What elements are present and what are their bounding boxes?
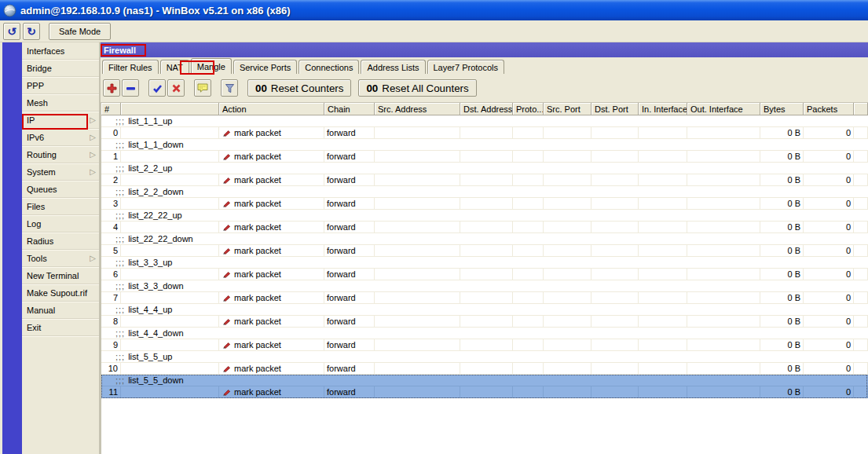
sidebar-item-tools[interactable]: Tools▷ (22, 250, 99, 267)
rule-row-5[interactable]: 5mark packetforward0 B0 (101, 245, 868, 257)
comment-row-list-3-3-down[interactable]: ;;;list_3_3_down (101, 280, 868, 292)
sidebar-item-system[interactable]: System▷ (22, 163, 99, 181)
sidebar-item-routing[interactable]: Routing▷ (22, 146, 99, 163)
sidebar-item-mesh[interactable]: Mesh (22, 94, 99, 112)
reset-all-counters-button[interactable]: 00 Reset All Counters (358, 79, 476, 97)
in-interface-cell (639, 174, 687, 185)
sidebar-item-files[interactable]: Files (22, 198, 99, 215)
src-address-cell (375, 316, 460, 327)
sidebar-item-queues[interactable]: Queues (22, 181, 99, 198)
comment-row-list-1-1-up[interactable]: ;;;list_1_1_up (101, 115, 868, 127)
rule-number: 6 (101, 269, 121, 280)
protocol-cell (513, 198, 544, 209)
titlebar: admin@192.168.10.9 (nas1) - WinBox v5.21… (0, 0, 868, 20)
filter-button[interactable] (221, 79, 238, 97)
tab-nat[interactable]: NAT (160, 60, 189, 74)
sidebar-item-manual[interactable]: Manual (22, 302, 99, 319)
tab-connections[interactable]: Connections (298, 60, 359, 74)
column-header-dst-port[interactable]: Dst. Port (591, 103, 639, 115)
column-header-chain[interactable]: Chain (324, 103, 375, 115)
table-header-row: #ActionChainSrc. AddressDst. AddressProt… (101, 103, 868, 115)
undo-button[interactable]: ↺ (3, 23, 20, 40)
column-header-proto[interactable]: Proto... (513, 103, 544, 115)
rule-row-4[interactable]: 4mark packetforward0 B0 (101, 222, 868, 233)
firewall-tabs: Filter RulesNATMangleService PortsConnec… (101, 57, 868, 74)
src-address-cell (375, 127, 460, 138)
dst-address-cell (460, 127, 513, 138)
column-header-in-interface[interactable]: In. Interface (639, 103, 687, 115)
rule-row-9[interactable]: 9mark packetforward0 B0 (101, 339, 868, 351)
safe-mode-button[interactable]: Safe Mode (49, 23, 111, 40)
sidebar-item-ip[interactable]: IP▷ (22, 112, 99, 129)
rule-row-3[interactable]: 3mark packetforward0 B0 (101, 198, 868, 210)
bytes-cell: 0 B (760, 198, 804, 209)
sidebar-item-label: Tools (27, 254, 47, 263)
sidebar-item-log[interactable]: Log (22, 215, 99, 232)
comment-button[interactable] (194, 79, 211, 97)
column-header-src-port[interactable]: Src. Port (544, 103, 591, 115)
comment-row-list-4-4-up[interactable]: ;;;list_4_4_up (101, 304, 868, 316)
dst-port-cell (591, 245, 639, 256)
sidebar-item-label: Interfaces (27, 46, 64, 56)
sidebar-item-radius[interactable]: Radius (22, 232, 99, 250)
tab-address-lists[interactable]: Address Lists (361, 60, 425, 74)
enable-rule-button[interactable] (148, 79, 166, 97)
column-header-dst-address[interactable]: Dst. Address (460, 103, 513, 115)
tab-layer7-protocols[interactable]: Layer7 Protocols (427, 60, 505, 74)
sidebar-item-bridge[interactable]: Bridge (22, 60, 99, 77)
column-header-action[interactable]: Action (219, 103, 324, 115)
comment-row-list-2-2-down[interactable]: ;;;list_2_2_down (101, 186, 868, 198)
column-header-spacer-13[interactable] (854, 103, 868, 115)
comment-prefix: ;;; (115, 163, 125, 174)
out-interface-cell (687, 386, 760, 397)
sidebar-item-label: Bridge (27, 64, 52, 73)
reset-counters-button[interactable]: 00 Reset Counters (247, 79, 351, 97)
rule-row-8[interactable]: 8mark packetforward0 B0 (101, 316, 868, 328)
spacer-cell (854, 198, 868, 209)
sidebar-item-interfaces[interactable]: Interfaces (22, 42, 99, 60)
sidebar-item-exit[interactable]: Exit (22, 319, 99, 336)
column-header-spacer-1[interactable] (121, 103, 219, 115)
redo-button[interactable]: ↻ (23, 23, 40, 40)
rule-number: 4 (101, 222, 121, 232)
comment-row-list-5-5-up[interactable]: ;;;list_5_5_up (101, 351, 868, 363)
tab-filter-rules[interactable]: Filter Rules (102, 60, 159, 74)
sidebar-item-ipv6[interactable]: IPv6▷ (22, 129, 99, 146)
column-header-bytes[interactable]: Bytes (760, 103, 804, 115)
rule-row-2[interactable]: 2mark packetforward0 B0 (101, 174, 868, 186)
disable-rule-button[interactable] (167, 79, 185, 97)
comment-row-list-4-4-down[interactable]: ;;;list_4_4_down (101, 328, 868, 339)
rule-row-11[interactable]: 11mark packetforward0 B0 (101, 386, 868, 398)
comment-row-list-2-2-up[interactable]: ;;;list_2_2_up (101, 163, 868, 174)
comment-prefix: ;;; (115, 304, 125, 315)
sidebar-item-ppp[interactable]: PPP (22, 77, 99, 94)
src-port-cell (544, 222, 591, 232)
tab-mangle[interactable]: Mangle (191, 58, 232, 74)
comment-row-list-1-1-down[interactable]: ;;;list_1_1_down (101, 139, 868, 151)
column-header-[interactable]: # (101, 103, 121, 115)
comment-row-list-22-22-up[interactable]: ;;;list_22_22_up (101, 210, 868, 222)
remove-rule-button[interactable] (122, 79, 139, 97)
rule-number: 3 (101, 198, 121, 209)
note-icon (197, 83, 208, 93)
add-rule-button[interactable] (103, 79, 120, 97)
protocol-cell (513, 316, 544, 327)
sidebar-item-make-supout-rif[interactable]: Make Supout.rif (22, 284, 99, 302)
chain-cell: forward (324, 174, 375, 185)
rule-row-7[interactable]: 7mark packetforward0 B0 (101, 292, 868, 304)
comment-row-list-3-3-up[interactable]: ;;;list_3_3_up (101, 257, 868, 269)
packets-cell: 0 (804, 363, 854, 374)
tab-service-ports[interactable]: Service Ports (233, 60, 297, 74)
flags-cell (121, 174, 219, 185)
column-header-src-address[interactable]: Src. Address (375, 103, 460, 115)
comment-row-list-22-22-down[interactable]: ;;;list_22_22_down (101, 233, 868, 245)
out-interface-cell (687, 269, 760, 280)
rule-row-6[interactable]: 6mark packetforward0 B0 (101, 269, 868, 280)
sidebar-item-new-terminal[interactable]: New Terminal (22, 267, 99, 284)
column-header-out-interface[interactable]: Out. Interface (687, 103, 760, 115)
column-header-packets[interactable]: Packets (804, 103, 854, 115)
rule-row-1[interactable]: 1mark packetforward0 B0 (101, 151, 868, 163)
comment-row-list-5-5-down[interactable]: ;;;list_5_5_down (101, 375, 868, 386)
rule-row-0[interactable]: 0mark packetforward0 B0 (101, 127, 868, 139)
rule-row-10[interactable]: 10mark packetforward0 B0 (101, 363, 868, 375)
